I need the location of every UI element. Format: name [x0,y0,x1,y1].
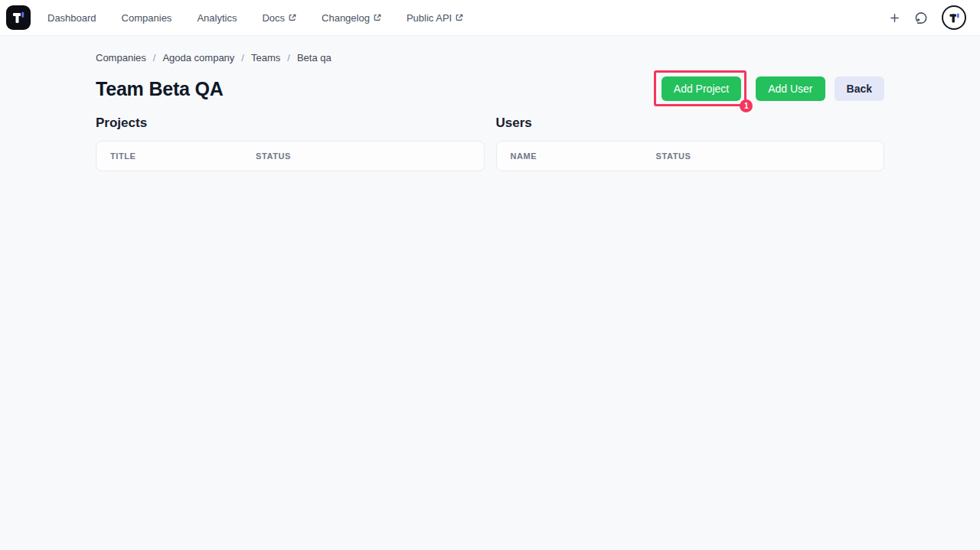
nav-item-label: Companies [122,12,172,24]
main-content: Companies / Agoda company / Teams / Beta… [0,52,980,171]
breadcrumb: Companies / Agoda company / Teams / Beta… [96,52,884,63]
tutorial-step-badge: 1 [740,99,753,112]
brand-t-icon [948,11,961,24]
support-headset-icon[interactable] [913,11,928,25]
breadcrumb-separator: / [241,52,244,63]
add-project-annotation-wrapper: Add Project 1 [662,76,741,101]
breadcrumb-beta-qa[interactable]: Beta qa [297,52,332,63]
brand-t-icon [11,10,26,25]
users-table: NAME STATUS [496,141,885,171]
projects-table: TITLE STATUS [96,141,485,171]
users-table-header: NAME STATUS [497,142,884,171]
nav-item-label: Changelog [322,12,370,24]
users-heading: Users [496,116,885,131]
nav-item-companies[interactable]: Companies [122,12,172,24]
projects-heading: Projects [96,116,485,131]
breadcrumb-separator: / [287,52,290,63]
nav-item-label: Public API [407,12,452,24]
external-link-icon [289,14,296,21]
projects-table-header: TITLE STATUS [96,142,484,171]
nav-item-dashboard[interactable]: Dashboard [47,12,96,24]
projects-section: Projects TITLE STATUS [96,116,485,171]
column-header-name: NAME [511,151,656,161]
navbar-right [890,5,966,30]
nav-item-changelog[interactable]: Changelog [322,12,381,24]
external-link-icon [374,14,381,21]
column-header-status: STATUS [656,151,871,161]
action-buttons: Add Project 1 Add User Back [654,76,884,101]
column-header-status: STATUS [256,151,470,161]
add-project-button[interactable]: Add Project [662,76,741,101]
sections-grid: Projects TITLE STATUS Users NAME STATUS [96,116,884,171]
page-title: Team Beta QA [96,78,224,100]
add-user-button[interactable]: Add User [756,76,825,101]
breadcrumb-teams[interactable]: Teams [251,52,280,63]
nav-item-label: Analytics [197,12,237,24]
nav-links: Dashboard Companies Analytics Docs Chang… [47,12,463,24]
breadcrumb-separator: / [153,52,156,63]
nav-item-docs[interactable]: Docs [262,12,296,24]
nav-item-public-api[interactable]: Public API [407,12,463,24]
external-link-icon [456,14,463,21]
nav-item-analytics[interactable]: Analytics [197,12,237,24]
back-button[interactable]: Back [835,76,884,101]
app-logo[interactable] [6,5,31,30]
top-navbar: Dashboard Companies Analytics Docs Chang… [0,0,980,36]
breadcrumb-companies[interactable]: Companies [96,52,146,63]
column-header-title: TITLE [110,151,256,161]
users-section: Users NAME STATUS [496,116,885,171]
workspace-avatar[interactable] [942,5,966,30]
nav-item-label: Dashboard [47,12,96,24]
nav-item-label: Docs [262,12,285,24]
title-row: Team Beta QA Add Project 1 Add User Back [96,76,884,101]
plus-icon[interactable] [890,13,900,23]
breadcrumb-agoda-company[interactable]: Agoda company [162,52,234,63]
